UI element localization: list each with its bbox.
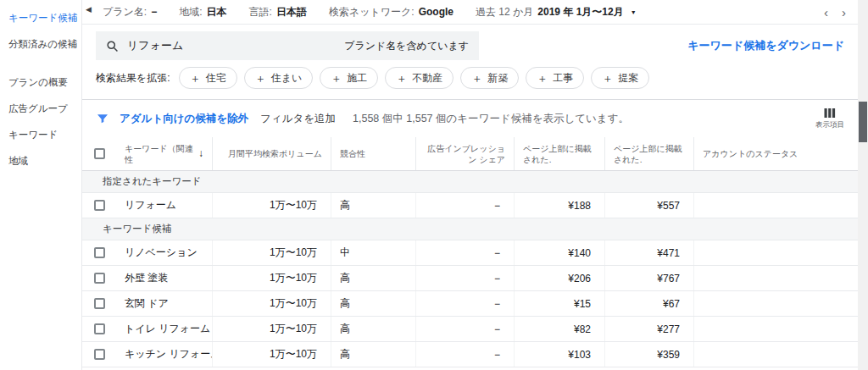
volume-cell: 1万〜10万 [213,266,331,290]
top-of-page-low-cell: ¥140 [515,240,605,265]
keyword-cell: 外壁 塗装 [116,266,213,290]
expand-chip-sekou[interactable]: ＋施工 [320,67,378,89]
impression-share-cell: − [416,291,515,316]
chip-label: 不動産 [412,71,442,86]
date-range-pager: ‹ › [824,6,846,19]
keyword-cell: リノベーション [116,240,213,265]
exclude-adult-ideas-link[interactable]: アダルト向けの候補を除外 [120,112,248,126]
date-range-dropdown[interactable]: 過去 12 か月 2019 年 1月〜12月 ▼ [476,5,637,19]
search-input[interactable]: リフォーム ブランド名を含めています [96,31,479,60]
expand-chip-fudousan[interactable]: ＋不動産 [385,67,453,89]
download-keyword-ideas-link[interactable]: キーワード候補をダウンロード [687,38,844,53]
expand-chip-shinchiku[interactable]: ＋新築 [460,67,519,89]
plan-name-setting[interactable]: プラン名: − [103,5,157,19]
chip-label: 住まい [271,71,303,86]
row-checkbox[interactable] [94,273,105,284]
sidebar-item-keyword-ideas[interactable]: キーワード候補 [0,5,81,31]
expand-chip-teian[interactable]: ＋提案 [591,67,649,89]
filter-funnel-icon [96,112,109,125]
top-of-page-low-cell: ¥15 [515,291,605,316]
checkbox-cell [82,266,116,290]
chip-label: 提案 [618,71,638,86]
checkbox-cell [82,342,116,367]
header-competition[interactable]: 競合性 [331,137,416,170]
checkbox-cell [82,291,116,316]
vertical-scrollbar[interactable] [858,0,868,370]
columns-button[interactable]: 表示項目 [815,108,844,130]
main-content: ◀ プラン名: − 地域: 日本 言語: 日本語 検索ネットワーク: Googl… [82,0,858,370]
header-top-of-page-bid-high[interactable]: ページ上部に掲載された. [605,137,694,170]
expand-chip-kouji[interactable]: ＋工事 [526,67,584,89]
chevron-right-icon[interactable]: › [842,6,846,19]
top-of-page-high-cell: ¥557 [605,193,694,218]
columns-icon [824,108,836,119]
select-all-checkbox[interactable] [94,148,105,159]
plus-icon: ＋ [255,73,266,84]
top-of-page-high-cell: ¥359 [605,342,694,367]
top-of-page-low-cell: ¥206 [515,266,605,290]
header-avg-monthly-searches[interactable]: 月間平均検索ボリューム [213,137,331,170]
account-status-cell [694,291,858,316]
sidebar-collapse-icon[interactable]: ◀ [86,6,92,14]
header-checkbox-cell [82,137,116,170]
competition-cell: 高 [331,193,416,218]
language-setting[interactable]: 言語: 日本語 [249,5,307,19]
impression-share-cell: − [416,193,515,218]
plus-icon: ＋ [396,73,407,84]
section-provided-keywords: 指定されたキーワード [82,171,858,193]
competition-cell: 高 [331,266,416,290]
chip-label: 住宅 [206,71,226,86]
checkbox-cell [82,317,116,341]
network-value: Google [419,6,453,18]
row-checkbox[interactable] [94,349,105,360]
header-top-of-page-bid-low[interactable]: ページ上部に掲載された. [515,137,605,170]
top-of-page-high-cell: ¥67 [605,291,694,316]
plan-name-value: − [151,6,157,18]
keyword-cell: 玄関 ドア [116,291,213,316]
account-status-cell [694,317,858,341]
plus-icon: ＋ [602,73,613,84]
top-of-page-low-cell: ¥188 [515,193,605,218]
sidebar-item-locations[interactable]: 地域 [0,148,81,174]
row-checkbox[interactable] [94,323,105,334]
account-status-cell [694,240,858,265]
location-value: 日本 [207,5,227,19]
sidebar-item-grouped-ideas[interactable]: 分類済みの候補 [0,31,81,58]
header-account-status[interactable]: アカウントのステータス [694,137,858,170]
settings-bar: プラン名: − 地域: 日本 言語: 日本語 検索ネットワーク: Google … [82,0,858,25]
row-checkbox[interactable] [94,247,105,258]
header-ad-impression-share[interactable]: 広告インプレッション シェア [416,137,515,170]
chip-label: 施工 [347,71,367,86]
competition-cell: 高 [331,317,416,341]
columns-label: 表示項目 [815,120,844,130]
sidebar-item-ad-groups[interactable]: 広告グループ [0,96,81,122]
header-keyword[interactable]: キーワード（関連性↓ [116,137,213,170]
add-filter-button[interactable]: フィルタを追加 [260,112,336,126]
plus-icon: ＋ [190,73,201,84]
search-icon [106,40,119,52]
chevron-left-icon[interactable]: ‹ [824,6,828,19]
location-label: 地域: [179,5,202,19]
expand-chip-sumai[interactable]: ＋住まい [244,67,314,89]
account-status-cell [694,266,858,290]
sidebar-item-keywords[interactable]: キーワード [0,122,81,148]
expand-search-row: 検索結果を拡張: ＋住宅 ＋住まい ＋施工 ＋不動産 ＋新築 ＋工事 ＋提案 [82,65,858,99]
language-label: 言語: [249,5,272,19]
date-range-value: 2019 年 1月〜12月 [537,5,623,19]
sidebar-item-plan-overview[interactable]: プランの概要 [0,69,81,96]
account-status-cell [694,342,858,367]
scrollbar-thumb[interactable] [859,102,867,142]
expand-chip-juutaku[interactable]: ＋住宅 [179,67,237,89]
impression-share-cell: − [416,240,515,265]
volume-cell: 1万〜10万 [213,193,331,218]
results-count-text: 1,558 個中 1,557 個のキーワード候補を表示しています。 [353,112,629,126]
table-row: リノベーション 1万〜10万 中 − ¥140 ¥471 [82,240,858,266]
row-checkbox[interactable] [94,200,105,211]
keyword-cell: キッチン リフォーム [116,342,213,367]
top-of-page-high-cell: ¥767 [605,266,694,290]
chip-label: 工事 [553,71,573,86]
location-setting[interactable]: 地域: 日本 [179,5,226,19]
row-checkbox[interactable] [94,298,105,309]
network-setting[interactable]: 検索ネットワーク: Google [329,5,453,19]
account-status-cell [694,193,858,218]
